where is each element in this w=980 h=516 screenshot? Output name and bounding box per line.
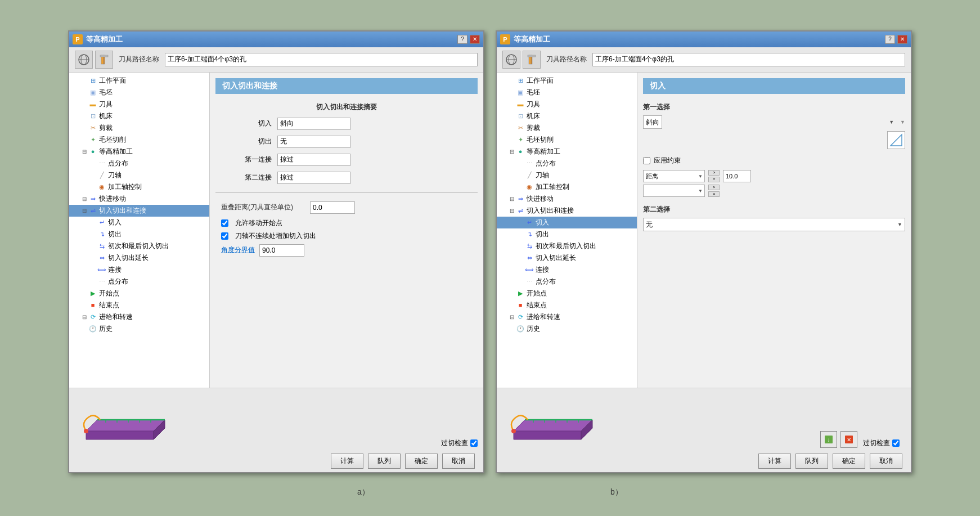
overcut-check-a[interactable] xyxy=(470,439,478,447)
tree-item-cutout-a[interactable]: ↴ 切出 xyxy=(69,228,209,240)
op-gt-1-b[interactable]: > xyxy=(708,170,720,176)
tree-item-dotdist-a2[interactable]: ⋯ 点分布 xyxy=(69,276,209,288)
path-name-input-b[interactable] xyxy=(592,53,905,66)
overlap-input-a[interactable] xyxy=(310,201,355,214)
svg-text:↓: ↓ xyxy=(828,437,830,443)
machine-icon-b: ⊡ xyxy=(516,112,525,120)
tree-item-fastmove-b[interactable]: ⊟ ⇒ 快进移动 xyxy=(497,193,637,205)
distance-value-b[interactable] xyxy=(723,170,751,182)
tree-item-firstlast-b[interactable]: ⇆ 初次和最后切入切出 xyxy=(497,240,637,252)
queue-btn-a[interactable]: 队列 xyxy=(368,454,401,469)
blankcut-icon-b: ✦ xyxy=(516,136,525,143)
close-button-b[interactable]: ✕ xyxy=(897,35,907,44)
tree-item-extend-b[interactable]: ⇔ 切入切出延长 xyxy=(497,252,637,264)
tree-item-blank-b[interactable]: ▣ 毛坯 xyxy=(497,87,637,98)
tree-item-blankcut-a[interactable]: ✦ 毛坯切削 xyxy=(69,134,209,146)
overcut-check-b[interactable] xyxy=(892,439,900,447)
close-button-a[interactable]: ✕ xyxy=(470,35,480,44)
overcut-row-b: 过切检查 xyxy=(863,438,900,448)
calc-btn-b[interactable]: 计算 xyxy=(758,454,791,469)
apply-constraint-check-b[interactable] xyxy=(643,157,650,164)
btn-row-b: 计算 队列 确定 取消 xyxy=(758,454,902,469)
icon-btn-tool-b[interactable] xyxy=(523,51,541,69)
tree-item-connect-a[interactable]: ⟺ 连接 xyxy=(69,264,209,276)
ok-btn-a[interactable]: 确定 xyxy=(405,454,438,469)
ok-btn-b[interactable]: 确定 xyxy=(833,454,865,469)
tree-item-history-b[interactable]: 🕐 历史 xyxy=(497,323,637,335)
tree-item-clip-a[interactable]: ✂ 剪裁 xyxy=(69,122,209,134)
help-button-b[interactable]: ? xyxy=(885,35,895,44)
first-choice-select-b[interactable]: 斜向 xyxy=(643,115,662,129)
angle-link-a[interactable]: 角度分界值 xyxy=(221,245,255,255)
cancel-btn-a[interactable]: 取消 xyxy=(442,454,475,469)
icon-btn-tool-a[interactable] xyxy=(95,51,113,69)
tree-item-dotdist-b1[interactable]: ⋯ 点分布 xyxy=(497,158,637,169)
preview-3d-b xyxy=(502,392,615,448)
axis-icon-b: ╱ xyxy=(525,171,534,179)
overcut-label-b: 过切检查 xyxy=(863,438,890,448)
tree-item-clip-b[interactable]: ✂ 剪裁 xyxy=(497,122,637,134)
tree-item-tool-b[interactable]: ▬ 刀具 xyxy=(497,98,637,110)
second-choice-label-b: 第二选择 xyxy=(643,205,905,214)
help-button-a[interactable]: ? xyxy=(457,35,467,44)
cancel-btn-b[interactable]: 取消 xyxy=(870,454,902,469)
tree-item-cutout-b[interactable]: ↴ 切出 xyxy=(497,228,637,240)
second-constraint-select-b[interactable] xyxy=(643,185,705,197)
extend-icon-a: ⇔ xyxy=(97,254,106,262)
tree-item-cutin-b[interactable]: ↵ 切入 xyxy=(497,217,637,228)
tree-item-axis-a[interactable]: ╱ 刀轴 xyxy=(69,169,209,181)
icon-btn-globe-b[interactable] xyxy=(502,51,520,69)
tree-item-history-a[interactable]: 🕐 历史 xyxy=(69,323,209,335)
tree-item-contour-b[interactable]: ⊟ ● 等高精加工 xyxy=(497,146,637,158)
op-gt-2-b[interactable]: > xyxy=(708,185,720,190)
tree-item-tool-a[interactable]: ▬ 刀具 xyxy=(69,98,209,110)
op-eq-1-b[interactable]: = xyxy=(708,177,720,182)
allow-move-check-a[interactable] xyxy=(221,219,228,227)
action-btn-2-b[interactable]: ✕ xyxy=(840,431,857,448)
tree-item-inout-b[interactable]: ⊟ ⇌ 切入切出和连接 xyxy=(497,205,637,217)
tree-item-inout-a[interactable]: ⊟ ⇌ 切入切出和连接 xyxy=(69,205,209,217)
tree-item-cutin-a[interactable]: ↵ 切入 xyxy=(69,217,209,228)
apply-constraint-label-b: 应用约束 xyxy=(654,156,681,165)
second-choice-select-b[interactable]: 无 xyxy=(643,218,905,231)
add-cut-check-a[interactable] xyxy=(221,232,228,240)
tree-item-blank-a[interactable]: ▣ 毛坯 xyxy=(69,87,209,98)
action-btn-1-b[interactable]: ↓ xyxy=(820,431,837,448)
tree-item-extend-a[interactable]: ⇔ 切入切出延长 xyxy=(69,252,209,264)
overlap-label-a: 重叠距离(刀具直径单位) xyxy=(221,203,305,212)
endpt-icon-b: ■ xyxy=(516,301,525,309)
tree-item-blankcut-b[interactable]: ✦ 毛坯切削 xyxy=(497,134,637,146)
path-name-input-a[interactable] xyxy=(165,53,478,66)
calc-btn-a[interactable]: 计算 xyxy=(331,454,363,469)
tree-item-endpt-a[interactable]: ■ 结束点 xyxy=(69,299,209,311)
tree-item-machine-a[interactable]: ⊡ 机床 xyxy=(69,110,209,122)
tree-item-machine-b[interactable]: ⊡ 机床 xyxy=(497,110,637,122)
tree-item-axis-b[interactable]: ╱ 刀轴 xyxy=(497,169,637,181)
distance-select-b[interactable]: 距离 xyxy=(643,170,705,182)
tree-item-feed-a[interactable]: ⊟ ⟳ 进给和转速 xyxy=(69,311,209,323)
queue-btn-b[interactable]: 队列 xyxy=(795,454,828,469)
tree-item-axisctl-a[interactable]: ◉ 加工轴控制 xyxy=(69,181,209,193)
svg-rect-5 xyxy=(100,55,108,57)
tree-item-connect-b[interactable]: ⟺ 连接 xyxy=(497,264,637,276)
tree-item-feed-b[interactable]: ⊟ ⟳ 进给和转速 xyxy=(497,311,637,323)
titlebar-buttons-a: ? ✕ xyxy=(457,35,480,44)
tree-item-fastmove-a[interactable]: ⊟ ⇒ 快进移动 xyxy=(69,193,209,205)
angle-input-a[interactable] xyxy=(259,244,304,257)
connect-icon-b: ⟺ xyxy=(525,266,534,273)
svg-marker-7 xyxy=(86,431,154,439)
op-eq-2-b[interactable]: = xyxy=(708,191,720,197)
tree-item-axisctl-b[interactable]: ◉ 加工轴控制 xyxy=(497,181,637,193)
dots-icon-a1: ⋯ xyxy=(97,159,106,167)
tree-item-firstlast-a[interactable]: ⇆ 初次和最后切入切出 xyxy=(69,240,209,252)
tree-item-plane-b[interactable]: ⊞ 工作平面 xyxy=(497,75,637,87)
icon-btn-globe-a[interactable] xyxy=(75,51,93,69)
tree-item-dotdist-b2[interactable]: ⋯ 点分布 xyxy=(497,276,637,288)
tree-item-startpt-a[interactable]: ▶ 开始点 xyxy=(69,288,209,299)
tree-item-contour-a[interactable]: ⊟ ● 等高精加工 xyxy=(69,146,209,158)
tree-item-plane-a[interactable]: ⊞ 工作平面 xyxy=(69,75,209,87)
tree-item-dotdist-a1[interactable]: ⋯ 点分布 xyxy=(69,158,209,169)
tree-item-endpt-b[interactable]: ■ 结束点 xyxy=(497,299,637,311)
firstlast-icon-b: ⇆ xyxy=(525,242,534,250)
tree-item-startpt-b[interactable]: ▶ 开始点 xyxy=(497,288,637,299)
